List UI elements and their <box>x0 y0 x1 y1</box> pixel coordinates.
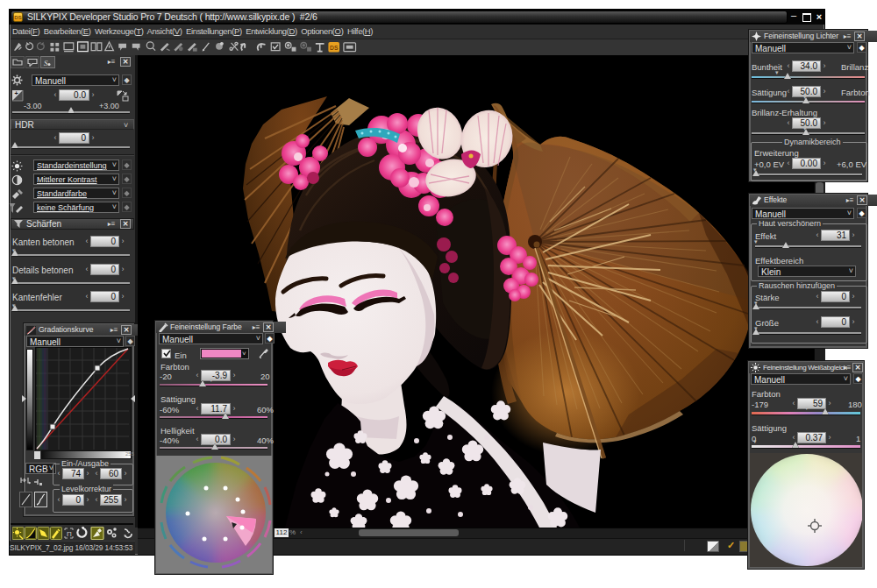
svg-text:DS: DS <box>330 45 339 51</box>
svg-text:Π: Π <box>67 530 72 538</box>
svg-text:S: S <box>44 59 48 67</box>
svg-text:+: + <box>15 90 18 96</box>
